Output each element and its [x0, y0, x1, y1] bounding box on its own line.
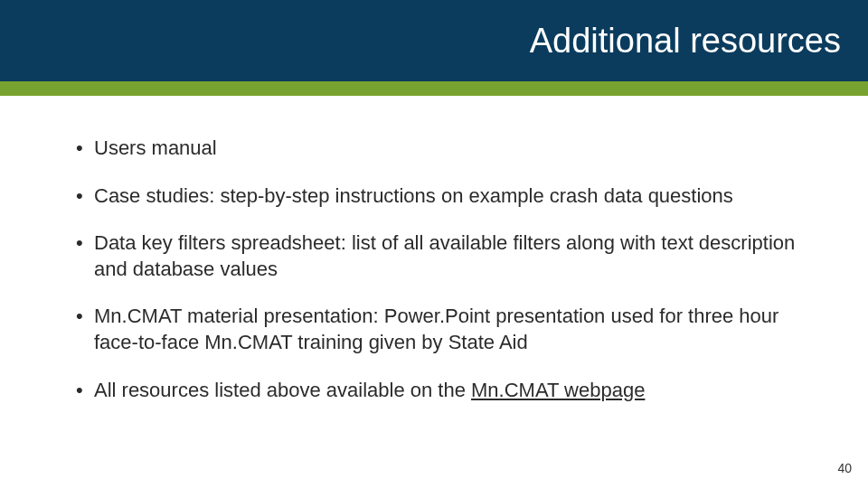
content-area: Users manual Case studies: step-by-step … — [0, 96, 868, 403]
bullet-text: Mn.CMAT material presentation: Power.Poi… — [94, 305, 778, 353]
slide-title: Additional resources — [530, 22, 841, 61]
bullet-text: Users manual — [94, 136, 217, 159]
page-number: 40 — [837, 461, 852, 475]
webpage-link[interactable]: Mn.CMAT webpage — [471, 379, 645, 401]
accent-band — [0, 81, 868, 96]
bullet-text: Data key filters spreadsheet: list of al… — [94, 231, 795, 280]
list-item: Case studies: step-by-step instructions … — [72, 183, 796, 210]
header-band: Additional resources — [0, 0, 868, 81]
bullet-text: Case studies: step-by-step instructions … — [94, 184, 733, 207]
bullet-text-prefix: All resources listed above available on … — [94, 379, 471, 401]
list-item: All resources listed above available on … — [72, 378, 796, 404]
slide: Additional resources Users manual Case s… — [0, 0, 868, 488]
bullet-list: Users manual Case studies: step-by-step … — [72, 136, 796, 403]
list-item: Mn.CMAT material presentation: Power.Poi… — [72, 304, 796, 355]
list-item: Data key filters spreadsheet: list of al… — [72, 230, 796, 282]
list-item: Users manual — [72, 136, 796, 162]
